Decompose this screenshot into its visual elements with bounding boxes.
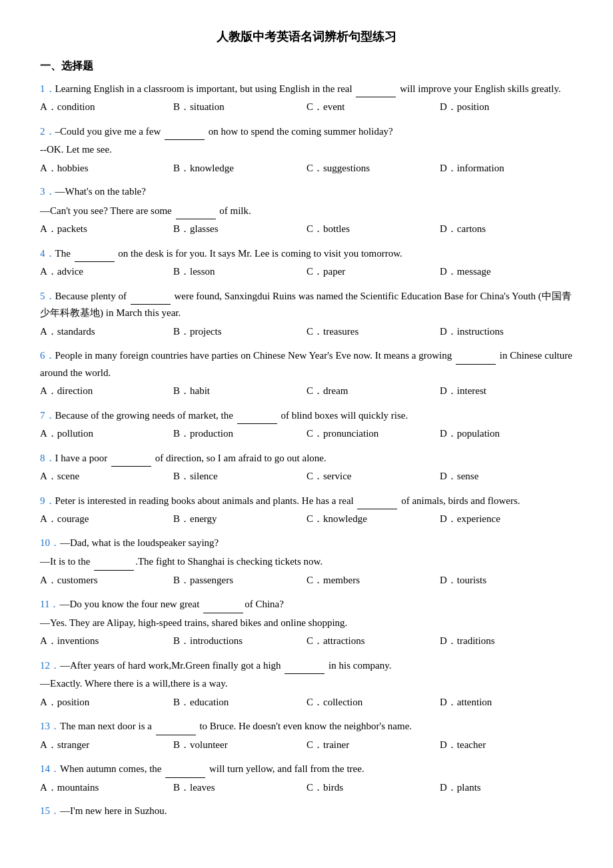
option-item: A．position [40,694,173,711]
option-item: A．condition [40,99,173,116]
options-row: A．mountainsB．leavesC．birdsD．plants [40,779,573,797]
options-row: A．courageB．energyC．knowledgeD．experience [40,511,573,528]
option-item: A．hobbies [40,160,173,177]
question-number: 7． [40,410,55,421]
question-sub-line: 3．—What's on the table? [40,183,573,201]
question-text: 13．The man next door is a to Bruce. He d… [40,717,573,735]
option-item: C．members [306,572,440,589]
question-block: 6．People in many foreign countries have … [40,347,573,400]
question-block: 12．—After years of hard work,Mr.Green fi… [40,657,573,711]
blank [456,347,496,365]
option-item: A．standards [40,323,173,341]
question-block: 11．—Do you know the four new great of Ch… [40,595,573,650]
section-title: 一、选择题 [40,57,573,75]
question-number: 8． [40,453,55,463]
option-item: D．teacher [440,737,573,754]
question-sub-line: 5．Because plenty of were found, Sanxingd… [40,287,573,322]
option-item: D．instructions [440,323,573,341]
question-block: 9．Peter is interested in reading books a… [40,492,573,528]
option-item: C．collection [306,694,440,711]
page-title: 人教版中考英语名词辨析句型练习 [40,27,573,47]
question-block: 1．Learning English in a classroom is imp… [40,80,573,116]
question-number: 4． [40,248,55,259]
question-block: 13．The man next door is a to Bruce. He d… [40,717,573,753]
option-item: D．population [440,425,573,443]
option-item: D．tourists [440,572,573,589]
question-number: 10． [40,537,60,548]
blank [357,492,397,510]
option-item: B．projects [173,323,306,341]
question-sub-line: —Exactly. Where there is a will,there is… [40,675,573,693]
blank [356,80,396,98]
option-item: C．dream [306,383,440,400]
option-item: A．pollution [40,425,173,443]
option-item: A．packets [40,221,173,238]
blank [203,595,243,613]
question-block: 8．I have a poor of direction, so I am af… [40,449,573,485]
option-item: C．bottles [306,221,440,238]
option-item: D．information [440,160,573,177]
blank [165,760,205,778]
question-text: 1．Learning English in a classroom is imp… [40,80,573,98]
options-row: A．positionB．educationC．collectionD．atten… [40,694,573,711]
question-number: 14． [40,763,60,774]
blank [285,657,324,675]
question-sub-line: 9．Peter is interested in reading books a… [40,492,573,510]
question-block: 4．The on the desk is for you. It says Mr… [40,245,573,281]
question-number: 13． [40,721,60,731]
question-sub-line: 11．—Do you know the four new great of Ch… [40,595,573,613]
question-block: 5．Because plenty of were found, Sanxingd… [40,287,573,341]
option-item: B．production [173,425,306,443]
option-item: C．pronunciation [306,425,440,443]
question-sub-line: 12．—After years of hard work,Mr.Green fi… [40,657,573,675]
question-number: 1． [40,83,55,94]
option-item: D．attention [440,694,573,711]
option-item: C．trainer [306,737,440,754]
option-item: A．stranger [40,737,173,754]
question-sub-line: 6．People in many foreign countries have … [40,347,573,381]
options-row: A．strangerB．volunteerC．trainerD．teacher [40,737,573,754]
option-item: B．habit [173,383,306,400]
option-item: C．knowledge [306,511,440,528]
question-block: 10．—Dad, what is the loudspeaker saying?… [40,535,573,589]
question-block: 15．—I'm new here in Suzhou. [40,803,573,820]
blank [75,245,115,263]
question-block: 7．Because of the growing needs of market… [40,407,573,443]
options-row: A．hobbiesB．knowledgeC．suggestionsD．infor… [40,160,573,177]
option-item: B．leaves [173,779,306,797]
question-number: 9． [40,495,55,506]
blank [131,287,171,305]
question-text: 8．I have a poor of direction, so I am af… [40,449,573,467]
option-item: D．plants [440,779,573,797]
question-number: 6． [40,350,55,361]
option-item: B．energy [173,511,306,528]
options-row: A．customersB．passengersC．membersD．touris… [40,572,573,589]
options-row: A．sceneB．silenceC．serviceD．sense [40,468,573,485]
option-item: B．education [173,694,306,711]
question-sub-line: 15．—I'm new here in Suzhou. [40,803,573,820]
options-row: A．inventionsB．introductionsC．attractions… [40,633,573,650]
option-item: B．knowledge [173,160,306,177]
option-item: D．cartons [440,221,573,238]
option-item: C．attractions [306,633,440,650]
options-row: A．packetsB．glassesC．bottlesD．cartons [40,221,573,238]
option-item: C．treasures [306,323,440,341]
option-item: B．volunteer [173,737,306,754]
blank [165,123,205,141]
option-item: C．paper [306,263,440,281]
option-item: B．situation [173,99,306,116]
question-number: 5． [40,291,55,301]
options-row: A．adviceB．lessonC．paperD．message [40,263,573,281]
question-sub-line: —It is to the .The fight to Shanghai is … [40,553,573,571]
option-item: D．message [440,263,573,281]
blank [176,202,216,220]
option-item: B．lesson [173,263,306,281]
question-number: 12． [40,660,60,671]
option-item: A．scene [40,468,173,485]
question-block: 14．When autumn comes, the will turn yell… [40,760,573,796]
option-item: C．suggestions [306,160,440,177]
question-text: 4．The on the desk is for you. It says Mr… [40,245,573,263]
option-item: B．introductions [173,633,306,650]
question-block: 2．–Could you give me a few on how to spe… [40,123,573,177]
option-item: D．traditions [440,633,573,650]
